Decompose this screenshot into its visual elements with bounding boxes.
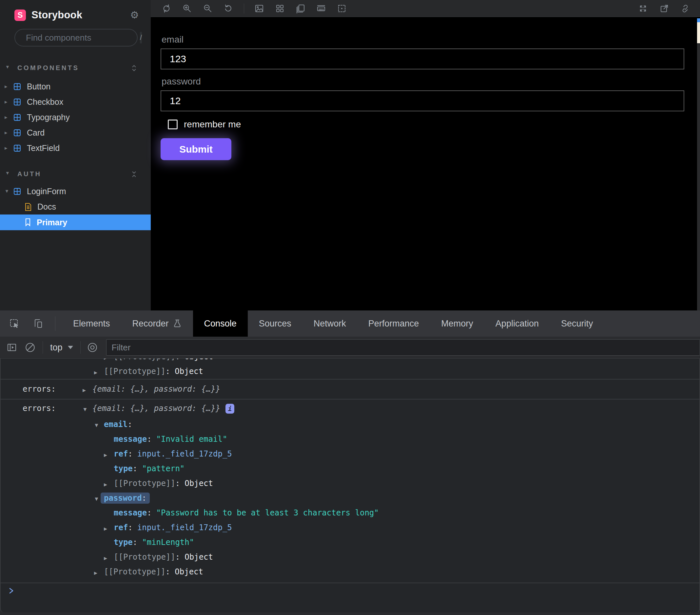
- console-sidebar-toggle-icon[interactable]: [5, 341, 18, 354]
- item-label: Docs: [37, 202, 56, 212]
- collapse-all-icon[interactable]: [131, 65, 137, 72]
- console-row-prototype[interactable]: ▶[[Prototype]]:Object: [1, 364, 699, 379]
- tab-memory[interactable]: Memory: [430, 310, 484, 337]
- canvas-toolbar: [151, 0, 700, 17]
- inspect-element-icon[interactable]: [9, 318, 20, 330]
- tab-application[interactable]: Application: [484, 310, 550, 337]
- viewport-icon[interactable]: [295, 3, 306, 14]
- expand-icon: ▶: [4, 146, 13, 150]
- console-filter-input[interactable]: [106, 339, 700, 356]
- zoom-out-icon[interactable]: [202, 3, 213, 14]
- item-label: Checkbox: [27, 97, 63, 107]
- console-row-prototype-clipped[interactable]: ▶[[Prototype]]:Object: [1, 359, 699, 364]
- sidebar-item-textfield[interactable]: ▶ TextField: [0, 140, 151, 156]
- zoom-reset-icon[interactable]: [223, 3, 234, 14]
- background-icon[interactable]: [254, 3, 264, 14]
- expand-triangle-icon[interactable]: ▶: [94, 365, 104, 380]
- component-search[interactable]: /: [14, 29, 138, 47]
- console-log-area[interactable]: ▶[[Prototype]]:Object ▶[[Prototype]]:Obj…: [0, 359, 700, 612]
- tab-sources[interactable]: Sources: [248, 310, 302, 337]
- log-label: errors:: [23, 399, 83, 417]
- section-auth[interactable]: ▶ AUTH: [0, 170, 151, 178]
- expand-triangle-icon[interactable]: ▶: [83, 381, 92, 400]
- tab-security[interactable]: Security: [550, 310, 604, 337]
- tree-row-email-ref[interactable]: ▶ref:input._field_17zdp_5: [1, 447, 699, 461]
- tab-recorder[interactable]: Recorder: [121, 310, 193, 337]
- sidebar-item-checkbox[interactable]: ▶ Checkbox: [0, 94, 151, 110]
- sidebar-item-docs[interactable]: Docs: [0, 199, 151, 215]
- tree-row-email-key[interactable]: ▶email:: [1, 417, 699, 432]
- item-label: LoginForm: [27, 187, 66, 196]
- section-expand-icon: ▶: [5, 172, 10, 177]
- clear-console-icon[interactable]: [24, 341, 37, 354]
- outline-icon[interactable]: [337, 3, 347, 14]
- prompt-chevron-icon: [8, 586, 15, 596]
- section-label: COMPONENTS: [17, 64, 79, 72]
- console-row-errors-expanded[interactable]: errors:▶{email: {…}, password: {…}}i: [1, 399, 699, 417]
- submit-button[interactable]: Submit: [161, 138, 232, 160]
- expand-icon: ▶: [4, 85, 13, 89]
- sidebar-item-button[interactable]: ▶ Button: [0, 79, 151, 94]
- console-row-errors-collapsed[interactable]: errors:▶{email: {…}, password: {…}}: [1, 380, 699, 399]
- open-new-tab-icon[interactable]: [659, 3, 670, 14]
- grid-icon[interactable]: [275, 3, 285, 14]
- toolbar-divider: [42, 341, 43, 354]
- expand-triangle-icon[interactable]: ▶: [104, 477, 114, 492]
- fullscreen-icon[interactable]: [638, 3, 648, 14]
- expand-triangle-icon[interactable]: ▶: [104, 551, 114, 566]
- remount-icon[interactable]: [161, 3, 172, 14]
- tree-row-email-type: type:"pattern": [1, 461, 699, 476]
- object-preview[interactable]: {email: {…}, password: {…}}: [92, 384, 220, 394]
- zoom-in-icon[interactable]: [182, 3, 192, 14]
- copy-link-icon[interactable]: [680, 3, 691, 14]
- canvas-area: email password remember me Submit: [151, 0, 700, 310]
- expand-icon: ▶: [4, 100, 13, 104]
- tab-elements[interactable]: Elements: [62, 310, 121, 337]
- expand-triangle-icon[interactable]: ▶: [94, 566, 104, 580]
- remember-me-label: remember me: [184, 119, 241, 130]
- section-components[interactable]: ▶ COMPONENTS: [0, 64, 151, 72]
- console-prompt[interactable]: [1, 583, 699, 598]
- brand-title: Storybook: [32, 9, 82, 21]
- tab-performance[interactable]: Performance: [357, 310, 430, 337]
- docs-icon: [24, 203, 32, 211]
- collapse-triangle-icon[interactable]: ▶: [89, 497, 104, 502]
- live-expression-eye-icon[interactable]: [86, 341, 99, 354]
- tree-row-password-message: message:"Password has to be at least 3 c…: [1, 505, 699, 520]
- storybook-logo[interactable]: S: [14, 10, 26, 21]
- search-input[interactable]: [26, 33, 136, 43]
- password-field[interactable]: [161, 90, 684, 111]
- tree-row-outer-prototype[interactable]: ▶[[Prototype]]:Object: [1, 565, 699, 579]
- context-selector[interactable]: top: [50, 343, 63, 353]
- gear-icon[interactable]: ⚙: [130, 10, 139, 20]
- sidebar-item-card[interactable]: ▶ Card: [0, 125, 151, 140]
- email-field[interactable]: [161, 49, 684, 69]
- component-icon: [13, 98, 21, 106]
- toolbar-divider: [80, 341, 80, 354]
- highlighted-key: password:: [101, 492, 150, 504]
- tab-console[interactable]: Console: [193, 310, 248, 337]
- collapse-triangle-icon[interactable]: ▶: [76, 407, 94, 412]
- expand-triangle-icon[interactable]: ▶: [104, 521, 114, 536]
- sidebar-item-typography[interactable]: ▶ Typography: [0, 110, 151, 125]
- tree-row-password-ref[interactable]: ▶ref:input._field_17zdp_5: [1, 520, 699, 535]
- expand-triangle-icon[interactable]: ▶: [104, 448, 114, 462]
- measure-icon[interactable]: [316, 3, 326, 14]
- chevron-down-icon[interactable]: [68, 346, 73, 349]
- item-label: Primary: [37, 218, 67, 227]
- collapse-triangle-icon[interactable]: ▶: [89, 423, 104, 428]
- search-shortcut-badge: /: [140, 32, 142, 43]
- tree-row-email-prototype[interactable]: ▶[[Prototype]]:Object: [1, 476, 699, 491]
- section-label: AUTH: [17, 170, 42, 178]
- sidebar-item-loginform[interactable]: ▶ LoginForm: [0, 184, 151, 199]
- info-badge-icon[interactable]: i: [225, 404, 234, 414]
- remember-me-checkbox[interactable]: [168, 119, 178, 129]
- device-toolbar-icon[interactable]: [32, 318, 44, 330]
- tree-row-password-key[interactable]: ▶password:: [1, 491, 699, 505]
- toolbar-divider: [244, 4, 244, 13]
- sidebar-item-primary[interactable]: Primary: [0, 215, 151, 230]
- object-preview[interactable]: {email: {…}, password: {…}}: [92, 404, 220, 413]
- tab-network[interactable]: Network: [302, 310, 357, 337]
- collapse-all-icon[interactable]: [131, 171, 137, 178]
- tree-row-password-prototype[interactable]: ▶[[Prototype]]:Object: [1, 550, 699, 565]
